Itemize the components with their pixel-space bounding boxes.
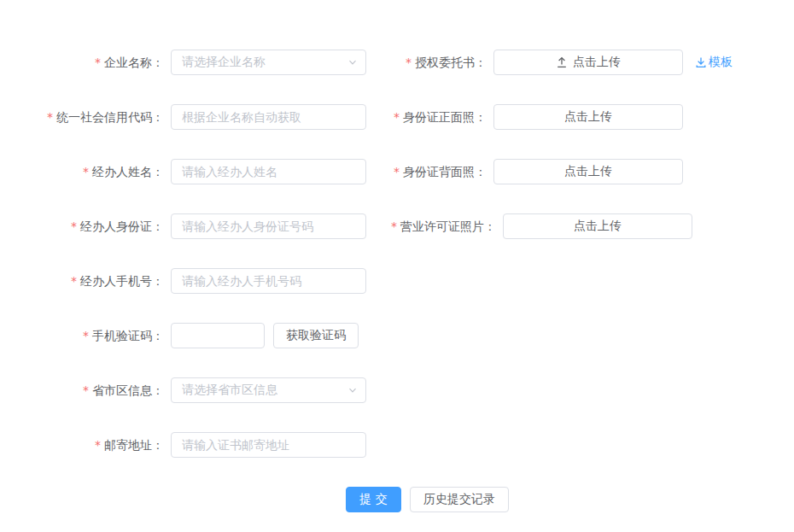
template-link-label: 模板 <box>709 55 733 70</box>
sms-code-label: *手机验证码： <box>0 323 171 348</box>
required-asterisk: * <box>95 56 101 69</box>
upload-button-label: 点击上传 <box>574 219 622 234</box>
authorization-letter-upload-button[interactable]: 点击上传 <box>493 50 683 75</box>
region-label: *省市区信息： <box>0 377 171 403</box>
upload-icon <box>556 56 568 68</box>
required-asterisk: * <box>391 219 397 233</box>
field-row-region: *省市区信息： 请选择省市区信息 <box>0 377 393 403</box>
business-license-upload-button[interactable]: 点击上传 <box>503 213 692 239</box>
mailing-address-input[interactable] <box>171 432 366 458</box>
agent-name-input[interactable] <box>171 159 366 184</box>
region-select-placeholder: 请选择省市区信息 <box>182 383 277 398</box>
upload-button-label: 点击上传 <box>564 109 612 125</box>
field-row-sms-code: *手机验证码： 获取验证码 <box>0 323 393 348</box>
submit-button[interactable]: 提 交 <box>346 487 401 512</box>
enterprise-cert-application-form: *企业名称： 请选择企业名称 *统一社会信用代码： *经办人姓名： *经办人身份… <box>0 0 794 532</box>
required-asterisk: * <box>71 274 77 288</box>
form-right-column: *授权委托书： 点击上传 模板 <box>391 50 794 268</box>
agent-phone-input[interactable] <box>171 268 366 294</box>
required-asterisk: * <box>394 110 400 124</box>
get-sms-code-button[interactable]: 获取验证码 <box>273 323 359 348</box>
form-left-column: *企业名称： 请选择企业名称 *统一社会信用代码： *经办人姓名： *经办人身份… <box>0 50 393 487</box>
required-asterisk: * <box>83 383 89 397</box>
form-footer: 提 交 历史提交记录 <box>346 487 509 512</box>
authorization-letter-label: *授权委托书： <box>391 50 493 75</box>
upload-button-label: 点击上传 <box>564 164 612 179</box>
download-icon <box>695 56 707 68</box>
required-asterisk: * <box>406 56 412 69</box>
region-select[interactable]: 请选择省市区信息 <box>171 377 366 403</box>
field-row-agent-id-card: *经办人身份证： <box>0 213 393 239</box>
field-row-agent-name: *经办人姓名： <box>0 159 393 184</box>
field-row-agent-phone: *经办人手机号： <box>0 268 393 294</box>
id-card-front-label: *身份证正面照： <box>391 104 493 130</box>
chevron-down-icon <box>347 385 358 395</box>
required-asterisk: * <box>95 438 101 452</box>
required-asterisk: * <box>83 165 89 178</box>
company-name-select[interactable]: 请选择企业名称 <box>171 50 366 75</box>
id-card-back-upload-button[interactable]: 点击上传 <box>493 159 683 184</box>
history-records-button[interactable]: 历史提交记录 <box>410 487 509 512</box>
agent-id-card-label: *经办人身份证： <box>0 213 171 239</box>
chevron-down-icon <box>347 57 358 67</box>
credit-code-label: *统一社会信用代码： <box>0 104 171 130</box>
agent-name-label: *经办人姓名： <box>0 159 171 184</box>
field-row-id-card-front: *身份证正面照： 点击上传 <box>391 104 794 130</box>
sms-code-input[interactable] <box>171 323 265 348</box>
mailing-address-label: *邮寄地址： <box>0 432 171 458</box>
id-card-front-upload-button[interactable]: 点击上传 <box>493 104 683 130</box>
required-asterisk: * <box>394 165 400 178</box>
field-row-business-license: *营业许可证照片： 点击上传 <box>391 213 794 239</box>
upload-button-label: 点击上传 <box>573 55 621 70</box>
field-row-authorization-letter: *授权委托书： 点击上传 模板 <box>391 50 794 75</box>
business-license-label: *营业许可证照片： <box>391 213 503 239</box>
company-name-label: *企业名称： <box>0 50 171 75</box>
field-row-mailing-address: *邮寄地址： <box>0 432 393 458</box>
field-row-credit-code: *统一社会信用代码： <box>0 104 393 130</box>
required-asterisk: * <box>83 329 89 342</box>
field-row-company-name: *企业名称： 请选择企业名称 <box>0 50 393 75</box>
required-asterisk: * <box>47 110 53 124</box>
credit-code-input[interactable] <box>171 104 366 130</box>
template-download-link[interactable]: 模板 <box>695 55 733 70</box>
agent-phone-label: *经办人手机号： <box>0 268 171 294</box>
id-card-back-label: *身份证背面照： <box>391 159 493 184</box>
company-name-select-placeholder: 请选择企业名称 <box>182 55 266 70</box>
required-asterisk: * <box>71 219 77 233</box>
agent-id-card-input[interactable] <box>171 213 366 239</box>
field-row-id-card-back: *身份证背面照： 点击上传 <box>391 159 794 184</box>
